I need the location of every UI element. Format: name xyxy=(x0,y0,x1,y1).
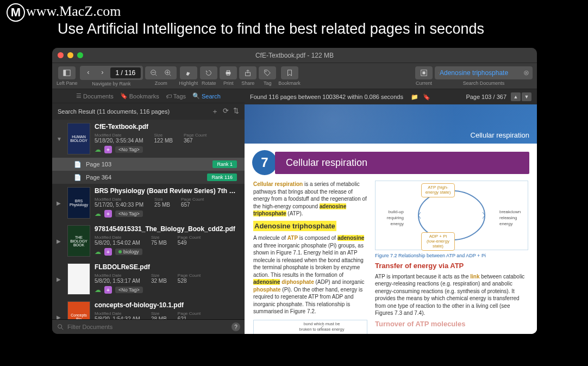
add-tag-icon[interactable]: + xyxy=(104,286,112,294)
section-heading-transfer: Transfer of energy via ATP xyxy=(375,261,528,271)
rotate-label: Rotate xyxy=(202,80,216,86)
highlight-button[interactable] xyxy=(182,68,195,78)
svg-rect-5 xyxy=(227,70,230,72)
search-field[interactable]: ⊗ xyxy=(435,66,533,79)
tag-color-dot xyxy=(118,250,122,253)
print-button[interactable] xyxy=(222,68,235,78)
svg-rect-6 xyxy=(227,73,230,75)
tag-chip[interactable]: biology xyxy=(115,249,142,255)
page-hero-image: Cellular respiration xyxy=(245,104,537,144)
tag-chip[interactable]: <No Tag> xyxy=(115,146,143,153)
bookmark-icon[interactable]: 🔖 xyxy=(423,94,430,101)
search-input[interactable] xyxy=(440,69,521,77)
page-indicator[interactable]: 1 / 116 xyxy=(110,67,141,78)
current-button[interactable] xyxy=(417,68,430,78)
sort-icon[interactable]: ⇅ xyxy=(233,107,239,116)
rotate-button[interactable] xyxy=(202,68,215,78)
zoom-label: Zoom xyxy=(155,80,167,86)
chapter-title: Cellular respiration xyxy=(275,152,529,174)
sidebar: ☰Documents 🔖Bookmarks 🏷Tags 🔍Search Sear… xyxy=(52,89,245,334)
search-status: Found 116 pages between 1003842 within 0… xyxy=(250,94,403,100)
zoom-in-button[interactable] xyxy=(161,68,174,78)
toolbar: Left Pane ‹ › 1 / 116 Navigate by Rank Z… xyxy=(52,63,537,89)
pdf-page[interactable]: Cellular respiration 7 Cellular respirat… xyxy=(245,104,537,334)
titlebar[interactable]: CfE-Textbook.pdf - 122 MB xyxy=(52,48,537,63)
help-button[interactable]: ? xyxy=(232,322,240,331)
doc-item[interactable]: ▶ FLBDOLReSE.pdf Modified Date5/8/20, 1:… xyxy=(52,260,245,298)
page-counter: Page 103 / 367 xyxy=(466,94,506,100)
content-area: ☰Documents 🔖Bookmarks 🏷Tags 🔍Search Sear… xyxy=(52,89,537,334)
documents-icon: ☰ xyxy=(76,92,82,100)
prev-result-button[interactable]: ▲ xyxy=(511,92,521,101)
doc-item[interactable]: ▶ THE BIOLOGY BOOK 9781454915331_The_Bio… xyxy=(52,222,245,260)
navigate-label: Navigate by Rank xyxy=(92,81,130,86)
cloud-icon: ☁ xyxy=(95,286,101,294)
next-result-button[interactable]: ▼ xyxy=(522,92,531,101)
page-row[interactable]: 📄Page 103Rank 1 xyxy=(52,158,245,171)
bookmark-label: Bookmark xyxy=(278,80,301,86)
tag-chip[interactable]: <No Tag> xyxy=(115,210,143,217)
doc-title: 9781454915331_The_Biology_Book_cdd2.pdf xyxy=(95,225,240,233)
cloud-icon: ☁ xyxy=(95,248,101,256)
add-icon[interactable]: ＋ xyxy=(211,107,218,116)
page-sublist: 📄Page 103Rank 1 📄Page 364Rank 116 xyxy=(52,158,245,184)
tab-documents[interactable]: ☰Documents xyxy=(76,92,114,100)
add-tag-icon[interactable]: + xyxy=(104,146,112,153)
page-row[interactable]: 📄Page 364Rank 116 xyxy=(52,171,245,184)
tag-label: Tag xyxy=(264,80,272,86)
doc-thumbnail: BRS Physiology xyxy=(67,187,90,219)
clear-search-icon[interactable]: ⊗ xyxy=(523,69,529,77)
search-icon: 🔍 xyxy=(192,92,200,100)
close-button[interactable] xyxy=(58,52,64,58)
tab-tags[interactable]: 🏷Tags xyxy=(166,92,186,100)
disclosure-icon[interactable]: ▶ xyxy=(57,238,63,244)
promo-headline: Use Artificial Intelligence to find the … xyxy=(58,21,484,38)
disclosure-icon[interactable]: ▶ xyxy=(57,314,63,320)
cloud-icon: ☁ xyxy=(95,210,101,218)
left-pane-label: Left Pane xyxy=(57,80,78,86)
search-documents-label: Search Documents xyxy=(463,80,505,86)
tab-bookmarks[interactable]: 🔖Bookmarks xyxy=(120,92,159,100)
cloud-icon: ☁ xyxy=(95,146,101,153)
nav-next-button[interactable]: › xyxy=(96,67,109,77)
bookmark-button[interactable] xyxy=(283,68,296,78)
doc-item[interactable]: ▶ Concepts Bio concepts-of-biology-10.1.… xyxy=(52,298,245,319)
search-icon xyxy=(57,323,64,331)
add-tag-icon[interactable]: + xyxy=(104,210,112,218)
section-heading-adenosine: Adenosine triphosphate xyxy=(253,221,336,232)
figure-caption: Figure 7.2 Relationship between ATP and … xyxy=(375,252,528,259)
disclosure-open-icon[interactable]: ▼ xyxy=(57,136,63,142)
chapter-number: 7 xyxy=(252,150,277,175)
share-button[interactable] xyxy=(241,68,254,78)
doc-thumbnail: THE BIOLOGY BOOK xyxy=(67,225,90,257)
zoom-button[interactable] xyxy=(77,52,83,58)
tag-chip[interactable]: <No Tag> xyxy=(115,287,143,293)
tag-icon: 🏷 xyxy=(166,93,172,100)
page-header-title: Cellular respiration xyxy=(471,131,529,139)
preview-pane: Found 116 pages between 1003842 within 0… xyxy=(245,89,537,334)
share-label: Share xyxy=(241,80,254,86)
sidebar-tabs: ☰Documents 🔖Bookmarks 🏷Tags 🔍Search xyxy=(52,89,245,103)
add-tag-icon[interactable]: + xyxy=(104,248,112,256)
minimize-button[interactable] xyxy=(67,52,73,58)
print-label: Print xyxy=(223,80,234,86)
doc-item[interactable]: ▶ BRS Physiology BRS Physiology (Board R… xyxy=(52,184,245,222)
nav-prev-button[interactable]: ‹ xyxy=(82,67,95,77)
folder-icon[interactable]: 📁 xyxy=(411,94,418,101)
left-pane-button[interactable] xyxy=(60,68,73,78)
tab-search[interactable]: 🔍Search xyxy=(192,92,221,100)
doc-item[interactable]: ▼ HUMAN BIOLOGY CfE-Textbook.pdf Modifie… xyxy=(52,120,245,158)
doc-thumbnail: Concepts Bio xyxy=(67,301,90,319)
zoom-out-button[interactable] xyxy=(147,68,160,78)
svg-rect-10 xyxy=(422,71,425,74)
page-icon: 📄 xyxy=(74,174,82,181)
refresh-icon[interactable]: ⟳ xyxy=(223,107,229,116)
disclosure-icon[interactable]: ▶ xyxy=(57,276,63,282)
tag-button[interactable] xyxy=(261,68,274,78)
page-icon: 📄 xyxy=(74,161,82,168)
disclosure-icon[interactable]: ▶ xyxy=(57,200,63,206)
rank-badge: Rank 1 xyxy=(212,160,237,168)
filter-input[interactable] xyxy=(67,324,228,330)
svg-point-8 xyxy=(266,71,267,72)
doc-title: FLBDOLReSE.pdf xyxy=(95,263,240,271)
